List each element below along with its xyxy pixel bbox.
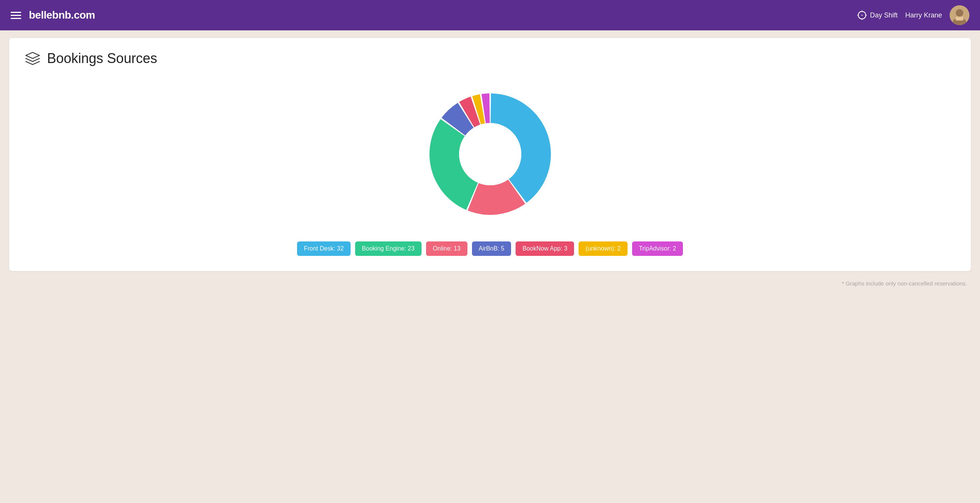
legend-item: (unknown): 2: [579, 241, 628, 256]
svg-marker-10: [26, 53, 40, 59]
avatar[interactable]: [950, 5, 969, 25]
footer-note: * Graphs include only non-cancelled rese…: [9, 280, 971, 287]
app-header: bellebnb.com Day Shift Harry Krane: [0, 0, 980, 30]
username-label: Harry Krane: [905, 11, 942, 19]
day-shift-indicator[interactable]: Day Shift: [857, 10, 898, 20]
page-title: Bookings Sources: [47, 51, 157, 66]
legend-item: TripAdvisor: 2: [632, 241, 683, 256]
legend-item: Online: 13: [426, 241, 468, 256]
legend-item: AirBnB: 5: [472, 241, 511, 256]
svg-point-11: [459, 123, 521, 185]
day-shift-label: Day Shift: [870, 11, 898, 19]
svg-point-1: [861, 15, 862, 16]
donut-chart: [418, 82, 562, 226]
legend-item: BookNow App: 3: [515, 241, 574, 256]
main-content: Bookings Sources Front Desk: 32Booking E…: [0, 30, 980, 294]
legend-item: Booking Engine: 23: [355, 241, 422, 256]
bookings-sources-card: Bookings Sources Front Desk: 32Booking E…: [9, 38, 971, 271]
svg-rect-9: [956, 17, 963, 21]
menu-button[interactable]: [11, 12, 21, 19]
chart-legend: Front Desk: 32Booking Engine: 23Online: …: [24, 241, 956, 256]
donut-chart-container: [24, 74, 956, 238]
sun-icon: [857, 10, 867, 20]
svg-point-7: [956, 9, 963, 17]
layers-icon: [24, 50, 41, 67]
legend-item: Front Desk: 32: [297, 241, 350, 256]
app-logo: bellebnb.com: [29, 9, 95, 21]
